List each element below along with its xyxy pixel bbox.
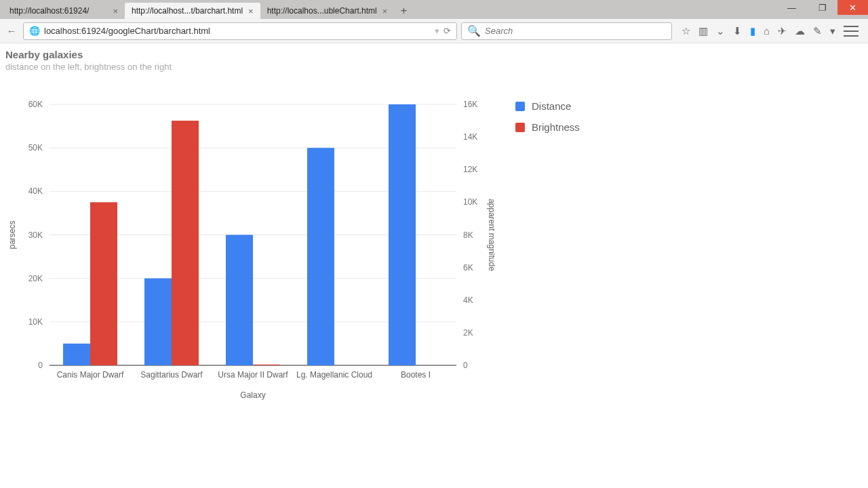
chart: 010K20K30K40K50K60K02K4K6K8K10K12K14K16K… <box>5 84 616 423</box>
tab-1[interactable]: http://localhost...t/barchart.html × <box>125 3 260 19</box>
svg-text:0: 0 <box>463 361 468 370</box>
tab-close-icon[interactable]: × <box>113 6 118 16</box>
nav-bar: ← 🌐 ▾ ⟳ 🔍 ☆ ▥ ⌄ ⬇ ▮ ⌂ ✈ ☁ ✎ ▾ <box>0 19 868 43</box>
svg-text:10K: 10K <box>28 317 43 327</box>
send-icon[interactable]: ✈ <box>778 25 787 37</box>
paint-icon[interactable]: ✎ <box>813 25 822 37</box>
downloads-icon[interactable]: ⬇ <box>733 25 742 37</box>
svg-text:60K: 60K <box>28 100 43 109</box>
svg-rect-25 <box>90 202 117 365</box>
page-content: Nearby galaxies distance on the left, br… <box>0 43 868 488</box>
new-tab-button[interactable]: + <box>394 3 413 19</box>
svg-rect-31 <box>253 365 280 365</box>
chart-svg: 010K20K30K40K50K60K02K4K6K8K10K12K14K16K… <box>5 84 507 423</box>
chart-title: Nearby galaxies <box>5 49 863 60</box>
svg-text:Galaxy: Galaxy <box>240 390 265 400</box>
svg-rect-33 <box>307 148 334 365</box>
svg-text:Lg. Magellanic Cloud: Lg. Magellanic Cloud <box>296 370 372 380</box>
addon-icon[interactable]: ▮ <box>750 25 755 37</box>
tab-2[interactable]: http://localhos...ubleChart.html × <box>260 3 395 19</box>
tab-close-icon[interactable]: × <box>248 6 254 16</box>
chat-icon[interactable]: ☁ <box>795 25 805 37</box>
svg-rect-30 <box>226 235 253 366</box>
svg-text:2K: 2K <box>463 328 473 338</box>
tab-title: http://localhos...ubleChart.html <box>267 6 377 16</box>
svg-text:8K: 8K <box>463 230 473 240</box>
svg-text:parsecs: parsecs <box>7 220 17 249</box>
svg-text:40K: 40K <box>28 186 43 196</box>
reader-mode-icon[interactable]: ▾ <box>435 26 439 36</box>
chart-subtitle: distance on the left, brightness on the … <box>5 62 863 72</box>
menu-icon[interactable] <box>844 26 859 37</box>
globe-icon: 🌐 <box>29 26 40 36</box>
search-icon: 🔍 <box>467 24 481 37</box>
svg-text:20K: 20K <box>28 274 43 283</box>
search-bar[interactable]: 🔍 <box>461 22 672 40</box>
library-icon[interactable]: ▥ <box>698 25 708 37</box>
window-minimize-button[interactable]: — <box>776 0 807 15</box>
reload-icon[interactable]: ⟳ <box>443 26 451 36</box>
tab-title: http://localhost...t/barchart.html <box>132 6 243 16</box>
search-input[interactable] <box>485 26 666 36</box>
chevron-down-icon[interactable]: ▾ <box>830 25 835 37</box>
svg-text:4K: 4K <box>463 296 473 305</box>
svg-text:6K: 6K <box>463 263 473 272</box>
svg-text:Sagittarius Dwarf: Sagittarius Dwarf <box>140 370 203 380</box>
svg-rect-28 <box>172 121 199 365</box>
svg-text:Ursa Major II Dwarf: Ursa Major II Dwarf <box>218 370 288 380</box>
toolbar-icons: ☆ ▥ ⌄ ⬇ ▮ ⌂ ✈ ☁ ✎ ▾ <box>676 25 864 37</box>
svg-text:14K: 14K <box>463 132 477 142</box>
svg-text:0: 0 <box>38 361 43 370</box>
svg-rect-35 <box>389 104 416 365</box>
svg-text:30K: 30K <box>28 230 43 240</box>
back-icon[interactable]: ← <box>4 24 19 39</box>
svg-text:apparent magnitude: apparent magnitude <box>487 199 496 271</box>
pocket-icon[interactable]: ⌄ <box>716 25 725 37</box>
tab-title: http://localhost:61924/ <box>9 6 107 16</box>
svg-text:Canis Major Dwarf: Canis Major Dwarf <box>57 370 124 380</box>
window-maximize-button[interactable]: ❐ <box>807 0 837 15</box>
url-input[interactable] <box>44 26 431 36</box>
window-close-button[interactable]: ✕ <box>837 0 868 15</box>
svg-text:50K: 50K <box>28 143 43 152</box>
svg-text:12K: 12K <box>463 165 477 174</box>
tab-close-icon[interactable]: × <box>382 6 388 16</box>
window-controls: — ❐ ✕ <box>776 0 868 19</box>
tab-strip: http://localhost:61924/ × http://localho… <box>0 0 868 19</box>
svg-text:10K: 10K <box>463 197 477 207</box>
bookmark-star-icon[interactable]: ☆ <box>682 25 690 37</box>
svg-rect-27 <box>144 279 172 365</box>
svg-text:Bootes I: Bootes I <box>401 370 431 380</box>
tab-0[interactable]: http://localhost:61924/ × <box>3 3 125 19</box>
url-bar[interactable]: 🌐 ▾ ⟳ <box>23 22 457 40</box>
svg-text:16K: 16K <box>463 100 477 109</box>
home-icon[interactable]: ⌂ <box>764 25 770 37</box>
svg-rect-24 <box>63 344 90 365</box>
